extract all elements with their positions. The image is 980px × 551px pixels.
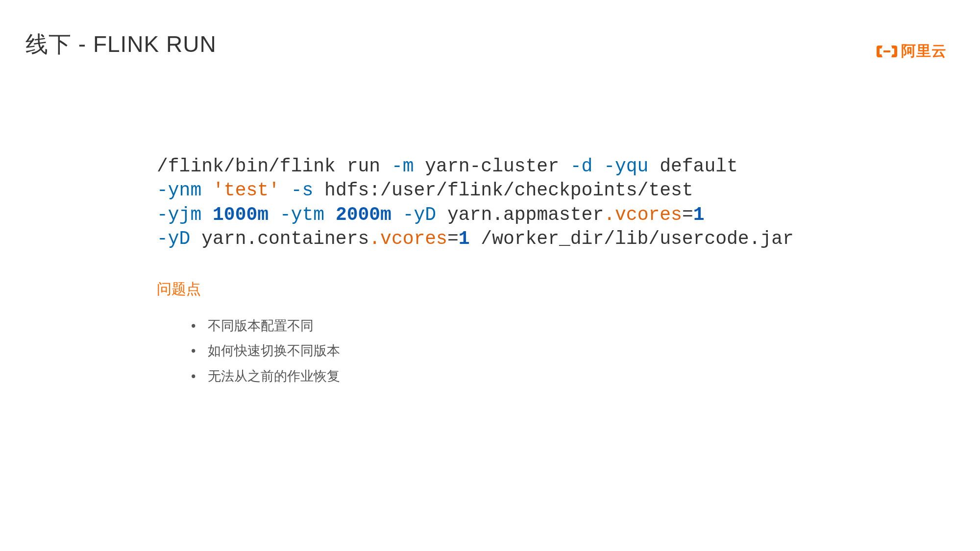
svg-rect-0 (883, 50, 890, 52)
list-item: 无法从之前的作业恢复 (191, 364, 340, 389)
code-l2-sp (201, 180, 213, 201)
code-l1-yqu: -yqu (604, 156, 648, 177)
code-l3-eq: = (682, 204, 693, 225)
code-l4-dot: .vcores (369, 228, 447, 249)
list-item: 不同版本配置不同 (191, 313, 340, 338)
code-l2-sp2 (280, 180, 291, 201)
code-l3-sp5: yarn.appmaster (436, 204, 604, 225)
code-l4-v: 1 (459, 228, 470, 249)
code-l3-ytm: -ytm (280, 204, 324, 225)
code-l3-sp3 (324, 204, 336, 225)
slide: 线下 - FLINK RUN 阿里云 /flink/bin/flink run … (0, 0, 980, 551)
page-title: 线下 - FLINK RUN (25, 29, 217, 60)
code-l3-n2: 2000m (336, 204, 392, 225)
brand-text: 阿里云 (901, 41, 947, 61)
issues-heading: 问题点 (157, 279, 201, 299)
code-l2-str: 'test' (213, 180, 280, 201)
code-l1-sp1 (592, 156, 604, 177)
code-l3-sp2 (269, 204, 280, 225)
code-l3-dot: .vcores (604, 204, 682, 225)
code-l2-s: -s (291, 180, 314, 201)
issues-list: 不同版本配置不同 如何快速切换不同版本 无法从之前的作业恢复 (191, 313, 340, 389)
code-l4-eq: = (447, 228, 459, 249)
code-l3-sp1 (201, 204, 213, 225)
code-l3-yd: -yD (403, 204, 436, 225)
code-l1-b: yarn-cluster (414, 156, 570, 177)
alibaba-cloud-icon (877, 44, 897, 59)
code-l1-m: -m (392, 156, 414, 177)
code-l1-a: /flink/bin/flink run (157, 156, 392, 177)
list-item: 如何快速切换不同版本 (191, 338, 340, 363)
code-l4-sp1: yarn.containers (190, 228, 369, 249)
code-l3-yjm: -yjm (157, 204, 201, 225)
code-l3-v: 1 (693, 204, 705, 225)
code-l3-sp4 (392, 204, 403, 225)
brand-logo: 阿里云 (877, 41, 947, 61)
code-l3-n1: 1000m (213, 204, 269, 225)
code-l1-d: -d (570, 156, 593, 177)
code-l4-yd: -yD (157, 228, 190, 249)
code-l1-c: default (648, 156, 737, 177)
code-l2-ynm: -ynm (157, 180, 201, 201)
code-l2-rest: hdfs:/user/flink/checkpoints/test (313, 180, 693, 201)
code-l4-rest: /worker_dir/lib/usercode.jar (470, 228, 794, 249)
code-block: /flink/bin/flink run -m yarn-cluster -d … (157, 154, 794, 251)
